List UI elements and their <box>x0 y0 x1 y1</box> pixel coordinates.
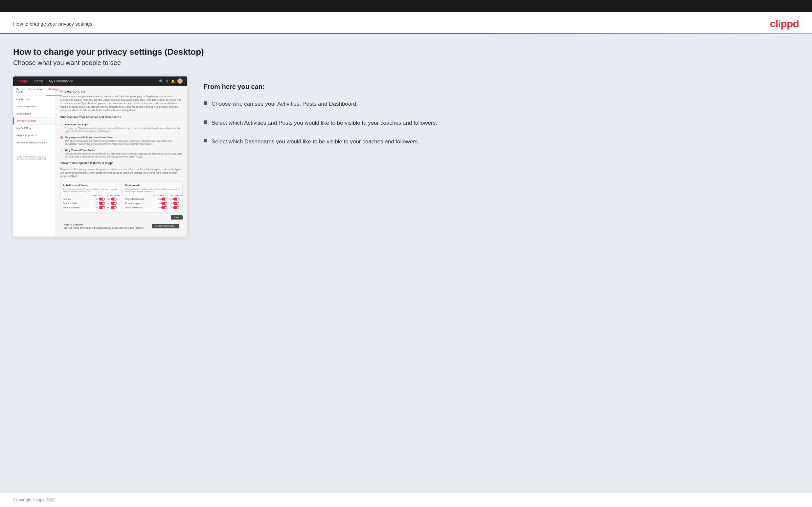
mock-toggle-roundinsights-coaches: ON <box>158 202 168 205</box>
bullet-item-3: Select which Dashboards you would like t… <box>204 137 799 146</box>
mock-logo: clippd <box>18 79 28 83</box>
mock-radio-input-followers <box>60 136 63 139</box>
mock-toggle-drills-followers: ON <box>107 202 118 205</box>
mock-chevron-data: › <box>52 105 52 108</box>
mock-dashboards-col-header: COACHES FOLLOWERS <box>125 194 180 196</box>
bullet-square-1 <box>204 101 207 105</box>
mock-toggle-whattoon-coaches: ON <box>158 206 168 209</box>
mock-activities-title: Activities and Posts <box>63 184 118 187</box>
mock-sidebar-data: Data Integrations › <box>13 103 55 110</box>
mock-tab-profile: My Profile <box>13 86 26 96</box>
mock-sidebar-subscription: Subscription › <box>13 110 55 117</box>
mock-toggle-rounds-coaches: ON <box>96 198 106 201</box>
bullet-text-1: Choose who can see your Activities, Post… <box>211 100 358 108</box>
mock-tab-connections: Connections <box>26 86 46 96</box>
mock-toggle-whattoon-followers: ON <box>170 206 180 209</box>
mock-help-button[interactable]: Visit Our Community ↗ <box>152 224 180 228</box>
mock-dashboards-desc: Select the types of activity that you'd … <box>125 188 180 193</box>
mock-dashboards-title: Dashboards <box>125 184 180 187</box>
mock-chevron-golf: › <box>52 127 52 129</box>
mock-toggle-manual-coaches: ON <box>96 206 106 209</box>
mock-help-row: Help & Support Visit our Clippd communit… <box>60 221 183 231</box>
mock-sidebar: My Profile Connections Settings My Accou… <box>13 86 56 237</box>
mock-help-text: Help & Support Visit our Clippd communit… <box>64 223 144 229</box>
footer: Copyright Clippd 2022 <box>0 493 812 507</box>
mock-sidebar-tabs: My Profile Connections Settings <box>13 86 55 96</box>
footer-copyright: Copyright Clippd 2022 <box>13 498 55 502</box>
mock-sidebar-footer: Clippd Client Version: 2022.8.2 SQL Serv… <box>13 153 55 163</box>
bullet-text-2: Select which Activities and Posts you wo… <box>211 119 437 127</box>
header-title: How to change your privacy settings <box>13 21 92 26</box>
mock-section-title: Privacy Controls <box>60 90 183 93</box>
mock-main-panel: Privacy Controls Control how you and you… <box>56 86 187 237</box>
mock-save-button[interactable]: Save <box>171 215 183 220</box>
right-panel: From here you can: Choose who can see yo… <box>200 76 799 157</box>
mock-chevron-sub: › <box>52 113 52 115</box>
mock-radio-input-everyone <box>60 123 63 126</box>
mock-grid-icon: ⊞ <box>165 79 168 83</box>
mock-activities-desc: Select the types of activity that you'd … <box>63 188 118 193</box>
mock-row-whattoon: What To Work On ON ON <box>125 206 180 209</box>
mock-sidebar-privacy: Privacy Controls › <box>13 117 55 125</box>
mock-sidebar-service: Service & Privacy Policy ↗ <box>13 139 55 146</box>
mock-sidebar-golfbag: My Golf Bag › <box>13 125 55 132</box>
bullet-item-1: Choose who can see your Activities, Post… <box>204 100 799 108</box>
header: How to change your privacy settings clip… <box>0 12 812 33</box>
mock-navbar: clippd Home My Performance 🔍 ⊞ 🔔 <box>13 76 187 86</box>
mock-search-icon: 🔍 <box>159 79 163 83</box>
mock-radio-input-coach <box>60 149 63 152</box>
mock-nav-home: Home <box>34 79 43 83</box>
mock-activities-panel: Activities and Posts Select the types of… <box>60 181 120 213</box>
mock-dashboards-panel: Dashboards Select the types of activity … <box>123 181 183 213</box>
logo: clippd <box>770 18 799 30</box>
mock-radio-everyone: Everyone on Clippd Everyone on Clippd ca… <box>60 123 183 132</box>
mock-description: Control how you and your data appears to… <box>60 95 183 112</box>
screenshot-mockup: clippd Home My Performance 🔍 ⊞ 🔔 My Prof… <box>13 76 187 237</box>
mock-toggle-roundinsights-followers: ON <box>170 202 180 205</box>
mock-chevron-privacy: › <box>52 120 52 122</box>
mock-toggle-playerdash-followers: ON <box>170 198 180 201</box>
mock-nav-performance: My Performance <box>49 79 73 83</box>
mock-toggle-drills-coaches: ON <box>96 202 106 205</box>
mock-col-followers-activities: FOLLOWERS <box>107 194 118 196</box>
content-title: How to change your privacy settings (Des… <box>13 47 799 57</box>
mock-activities-col-header: COACHES FOLLOWERS <box>63 194 118 196</box>
mock-toggle-playerdash-coaches: ON <box>158 198 168 201</box>
mock-sidebar-help: Help & Support ↗ <box>13 132 55 139</box>
mock-radio-coach: Only You and Your Coach Only you and the… <box>60 149 183 158</box>
mock-toggle-rounds-followers: ON <box>107 198 118 201</box>
mock-radio-followers: Only Approved Followers and Your Coach O… <box>60 136 183 146</box>
mock-row-rounds: Rounds ON ON <box>63 198 118 201</box>
mock-chevron-account: › <box>52 98 52 100</box>
bullet-list: Choose who can see your Activities, Post… <box>204 100 799 146</box>
from-here-title: From here you can: <box>204 83 799 91</box>
mock-toggles-grid: Activities and Posts Select the types of… <box>60 181 183 213</box>
mock-sidebar-account: My Account › <box>13 96 55 103</box>
bullet-item-2: Select which Activities and Posts you wo… <box>204 119 799 127</box>
mock-save-row: Save <box>60 215 183 220</box>
two-col-layout: clippd Home My Performance 🔍 ⊞ 🔔 My Prof… <box>13 76 799 237</box>
mock-col-coaches-activities: COACHES <box>92 194 102 196</box>
mock-body: My Profile Connections Settings My Accou… <box>13 86 187 237</box>
bullet-square-3 <box>204 139 207 143</box>
mock-col-followers-dashboards: FOLLOWERS <box>170 194 180 196</box>
main-content: How to change your privacy settings (Des… <box>0 34 812 493</box>
mock-row-manual: Manual Activities ON ON <box>63 206 118 209</box>
mock-who-title: Who Can See Your Activities and Dashboar… <box>60 115 183 120</box>
mock-nav-icons: 🔍 ⊞ 🔔 <box>159 78 183 84</box>
mock-avatar <box>177 78 183 84</box>
bullet-square-2 <box>204 120 207 124</box>
mock-bell-icon: 🔔 <box>171 79 175 83</box>
top-bar <box>0 0 812 12</box>
mock-toggle-manual-followers: ON <box>107 206 118 209</box>
bullet-text-3: Select which Dashboards you would like t… <box>211 137 419 146</box>
mock-row-roundinsights: Round Insights ON ON <box>125 202 180 205</box>
mock-row-playerdash: Player Dashboard ON ON <box>125 198 180 201</box>
mock-row-drills: Practice Drills ON ON <box>63 202 118 205</box>
mock-toggles-section: Show or hide specific features in Clippd… <box>60 161 183 220</box>
mock-toggles-title: Show or hide specific features in Clippd <box>60 161 183 166</box>
mock-col-coaches-dashboards: COACHES <box>154 194 164 196</box>
content-subtitle: Choose what you want people to see <box>13 59 799 67</box>
mock-showhide-desc: Regardless of the privacy controls that … <box>60 168 183 178</box>
